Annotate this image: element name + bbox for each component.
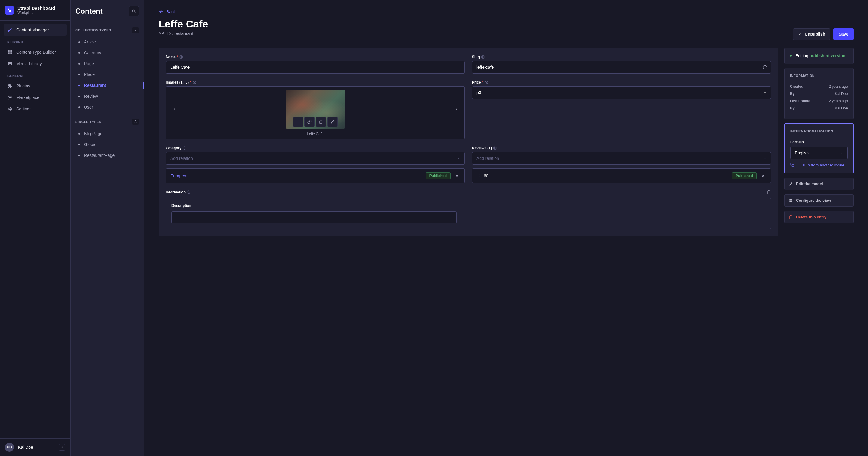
globe-icon [183,146,186,150]
media-next-button[interactable] [453,106,460,113]
collection-item-restaurant[interactable]: Restaurant [75,80,139,91]
nav-label: Settings [16,107,32,111]
remove-relation-button[interactable] [454,172,460,179]
nav-settings[interactable]: Settings [4,103,67,115]
app-title: Strapi Dashboard [18,5,55,10]
reviews-label: Reviews (1) [472,146,492,150]
media-prev-button[interactable] [170,106,178,113]
collection-item-page[interactable]: Page [75,58,139,69]
globe-icon [481,55,485,59]
status-dot-icon [790,55,792,57]
status-badge: Published [732,172,757,179]
nav-content-manager[interactable]: Content Manager [4,24,67,36]
nav-content-type-builder[interactable]: Content-Type Builder [4,47,67,58]
form-card: Name* Slug Images (1 / 5)* [158,48,778,236]
back-link[interactable]: Back [158,9,176,15]
fill-from-locale-link[interactable]: Fill in from another locale [790,163,847,167]
app-subtitle: Workplace [18,10,55,15]
content-panel-title: Content [75,7,103,16]
page-api-id: API ID : restaurant [158,31,208,36]
delete-entry-button[interactable]: Delete this entry [784,211,854,223]
info-card-title: INFORMATION [790,74,848,81]
name-label: Name [166,55,176,59]
image-icon [7,61,13,66]
editing-text: Editing [795,53,808,58]
price-label: Price [472,80,481,84]
single-types-count: 3 [132,119,139,124]
svg-point-12 [479,175,479,175]
trash-icon [789,215,793,219]
collection-item-category[interactable]: Category [75,47,139,58]
nav-label: Content-Type Builder [16,50,56,55]
relation-link[interactable]: 60 [484,173,729,178]
section-plugins-label: PLUGINS [4,36,67,47]
right-sidebar: Editing published version INFORMATION Cr… [784,48,854,223]
category-relation-item: European Published [166,168,465,183]
information-card: INFORMATION Created2 years ago ByKai Doe… [784,68,854,119]
description-label: Description [172,204,765,208]
unpublish-button[interactable]: Unpublish [793,28,830,40]
collection-item-user[interactable]: User [75,102,139,113]
svg-rect-4 [8,53,10,54]
media-add-button[interactable] [293,117,303,127]
nav-label: Content Manager [16,27,49,32]
media-delete-button[interactable] [316,117,326,127]
pencil-icon [789,182,793,186]
pencil-icon [7,27,13,33]
slug-input[interactable] [472,61,771,74]
single-item-blogpage[interactable]: BlogPage [75,128,139,139]
category-label: Category [166,146,181,150]
collection-item-article[interactable]: Article [75,36,139,47]
single-item-restaurantpage[interactable]: RestaurantPage [75,150,139,161]
information-component: Description [166,198,771,229]
collection-item-review[interactable]: Review [75,91,139,102]
user-avatar[interactable]: KD [5,443,14,452]
drag-handle-icon[interactable] [476,174,481,178]
reviews-relation-select[interactable]: Add relation [472,152,771,165]
configure-view-button[interactable]: Configure the view [784,194,854,207]
i18n-card-title: INTERNATIONALIZATION [790,130,847,136]
remove-relation-button[interactable] [760,172,767,179]
category-relation-select[interactable]: Add relation [166,152,465,165]
nav-marketplace[interactable]: Marketplace [4,92,67,103]
save-button[interactable]: Save [833,28,854,40]
eye-slash-icon [193,81,196,84]
nav-label: Media Library [16,61,42,66]
price-select[interactable]: p3 [472,86,771,99]
delete-component-button[interactable] [767,190,771,194]
locale-select[interactable]: English [790,147,847,159]
nav-plugins[interactable]: Plugins [4,80,67,92]
regenerate-icon[interactable] [763,65,767,70]
images-label: Images (1 / 5) [166,80,189,84]
page-title: Leffe Cafe [158,18,208,30]
published-text: published version [809,53,846,58]
nav-media-library[interactable]: Media Library [4,58,67,69]
sidebar-footer: KD Kai Doe [0,438,70,456]
reviews-relation-item: 60 Published [472,168,771,183]
svg-point-6 [132,10,135,12]
collection-types-count: 7 [132,27,139,33]
collection-types-label: COLLECTION TYPES [75,28,111,32]
user-name: Kai Doe [18,445,33,450]
svg-rect-0 [8,8,9,10]
main-content: Back Leffe Cafe API ID : restaurant Unpu… [144,0,868,456]
globe-icon [187,190,190,194]
information-label: Information [166,190,186,194]
edit-model-button[interactable]: Edit the model [784,178,854,190]
svg-rect-3 [10,50,12,52]
single-item-global[interactable]: Global [75,139,139,150]
search-button[interactable] [129,6,139,16]
locales-label: Locales [790,140,847,144]
collapse-sidebar-button[interactable] [59,444,65,451]
status-card: Editing published version [784,48,854,64]
collection-item-place[interactable]: Place [75,69,139,80]
copy-icon [790,163,795,167]
media-link-button[interactable] [304,117,315,127]
relation-link[interactable]: European [170,173,423,178]
slug-label: Slug [472,55,480,59]
svg-rect-2 [8,50,10,52]
name-input[interactable] [166,61,465,74]
media-field: Leffe Cafe [166,86,465,139]
description-input[interactable] [172,211,457,224]
media-edit-button[interactable] [327,117,338,127]
